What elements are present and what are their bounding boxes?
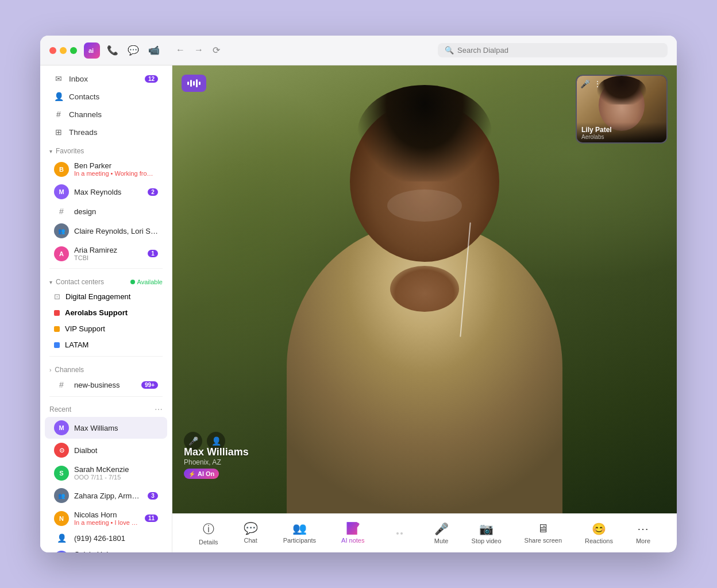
sidebar: ✉ Inbox 12 👤 Contacts # Channels ⊞ Threa… — [40, 65, 172, 552]
pip-info: Lily Patel Aerolabs — [577, 122, 666, 142]
title-bar-icons: 📞 💬 📹 — [107, 45, 160, 56]
threads-icon: ⊞ — [54, 127, 63, 137]
video-main: 🎤 👤 Max Williams Phoenix, AZ ⚡ AI On — [172, 65, 677, 513]
nav-icons: ← → ⟳ — [174, 42, 222, 58]
contact-item-ben-parker[interactable]: B Ben Parker In a meeting • Working from… — [45, 158, 167, 180]
app-logo: ai — [84, 42, 100, 59]
share-screen-icon: 🖥 — [537, 522, 549, 535]
participants-button[interactable]: 👥 Participants — [280, 519, 319, 548]
sidebar-digital-engagement[interactable]: ⊡ Digital Engagement — [45, 289, 167, 304]
aerolabs-dot — [54, 310, 60, 316]
avatar: A — [54, 246, 69, 261]
recent-phone-1[interactable]: 👤 (919) 426-1801 — [45, 530, 167, 546]
close-button[interactable] — [49, 47, 56, 54]
details-button[interactable]: ⓘ Details — [195, 519, 222, 548]
sidebar-item-inbox[interactable]: ✉ Inbox 12 — [45, 70, 167, 87]
caller-overlay: Max Williams Phoenix, AZ ⚡ AI On — [184, 446, 249, 479]
digital-engagement-icon: ⊡ — [54, 292, 60, 301]
recent-more-button[interactable]: ⋯ — [155, 405, 163, 414]
inbox-icon: ✉ — [54, 74, 63, 83]
contact-item-max-reynolds[interactable]: M Max Reynolds 2 — [45, 181, 167, 203]
pip-controls: 🎤 ⋮ — [580, 79, 602, 88]
phone-contact-icon: 👤 — [54, 533, 69, 543]
svg-text:ai: ai — [88, 47, 94, 54]
recent-header: Recent ⋯ — [40, 400, 172, 416]
more-button[interactable]: ⋯ More — [633, 520, 654, 547]
waveform-badge — [182, 75, 206, 92]
avatar: 👥 — [54, 488, 69, 503]
recent-max-williams[interactable]: M Max Williams — [45, 417, 167, 439]
main-content: ✉ Inbox 12 👤 Contacts # Channels ⊞ Threa… — [40, 65, 677, 552]
avatar: 👥 — [54, 223, 69, 238]
ai-on-badge: ⚡ AI On — [184, 469, 219, 479]
avatar: S — [54, 466, 69, 481]
minimize-button[interactable] — [60, 47, 67, 54]
channels-hash-icon: # — [54, 110, 63, 119]
mute-icon: 🎤 — [434, 522, 449, 536]
avatar: B — [54, 162, 69, 177]
chat-toolbar-icon: 💬 — [244, 521, 258, 535]
available-dot — [130, 280, 135, 284]
sidebar-latam[interactable]: LATAM — [45, 337, 167, 353]
nb-hash-icon: # — [54, 380, 69, 389]
cc-chevron-icon: ▾ — [49, 279, 52, 285]
vip-dot — [54, 326, 60, 332]
window-controls — [49, 47, 77, 54]
ai-notes-icon: 📝 — [346, 521, 360, 535]
app-window: ai 📞 💬 📹 ← → ⟳ 🔍 ✉ Inbox 12 — [40, 36, 677, 552]
recent-sarah[interactable]: S Sarah McKenzie OOO 7/11 - 7/15 — [45, 462, 167, 484]
search-input[interactable] — [457, 46, 661, 55]
recent-calvin[interactable]: C Calvin Hohener WFH, PDT — [45, 547, 167, 552]
favorites-header: ▾ Favorites — [40, 141, 172, 157]
more-icon: ⋯ — [637, 522, 649, 536]
channels-section-header: › Channels — [40, 360, 172, 376]
pip-mic-icon: 🎤 — [580, 79, 590, 88]
favorites-chevron-icon: ▾ — [49, 148, 52, 154]
sidebar-new-business[interactable]: # new-business 99+ — [45, 377, 167, 393]
contacts-icon: 👤 — [54, 92, 63, 101]
reactions-icon: 😊 — [592, 522, 606, 536]
design-hash-icon: # — [54, 207, 69, 216]
recent-nicolas[interactable]: N Nicolas Horn In a meeting • I love Mon… — [45, 507, 167, 529]
contact-item-claire[interactable]: 👥 Claire Reynolds, Lori Smith... — [45, 220, 167, 242]
stop-video-icon: 📷 — [479, 522, 494, 536]
avatar: C — [54, 551, 69, 553]
reactions-button[interactable]: 😊 Reactions — [581, 520, 616, 547]
avatar: M — [54, 420, 69, 435]
pip-video[interactable]: Lily Patel Aerolabs 🎤 ⋮ — [576, 75, 668, 144]
contact-item-aria[interactable]: A Aria Ramirez TCBI 1 — [45, 242, 167, 265]
title-bar: ai 📞 💬 📹 ← → ⟳ 🔍 — [40, 36, 677, 65]
latam-dot — [54, 342, 60, 348]
toolbar-right: 🎤 Mute 📷 Stop video 🖥 Share screen 😊 Rea… — [431, 520, 654, 547]
toolbar-left: ⓘ Details 💬 Chat 👥 Participants 📝 AI not… — [195, 519, 368, 548]
search-icon: 🔍 — [445, 46, 454, 55]
forward-button[interactable]: → — [192, 42, 206, 58]
details-icon: ⓘ — [203, 521, 214, 537]
stop-video-button[interactable]: 📷 Stop video — [468, 520, 505, 547]
sidebar-item-channels[interactable]: # Channels — [45, 106, 167, 123]
pip-more-icon[interactable]: ⋮ — [593, 79, 602, 88]
search-bar: 🔍 — [438, 43, 668, 57]
sidebar-item-threads[interactable]: ⊞ Threads — [45, 123, 167, 141]
refresh-button[interactable]: ⟳ — [210, 42, 222, 58]
sidebar-vip-support[interactable]: VIP Support — [45, 321, 167, 336]
call-toolbar: ⓘ Details 💬 Chat 👥 Participants 📝 AI not… — [172, 513, 677, 552]
chat-icon[interactable]: 💬 — [128, 45, 139, 56]
ai-notes-button[interactable]: 📝 AI notes — [338, 519, 368, 548]
ai-logo-small: ⚡ — [188, 471, 195, 477]
share-screen-button[interactable]: 🖥 Share screen — [521, 520, 565, 547]
toolbar-separator — [396, 532, 403, 535]
chat-button[interactable]: 💬 Chat — [240, 519, 261, 548]
avatar: ⊙ — [54, 443, 69, 458]
maximize-button[interactable] — [70, 47, 77, 54]
video-icon[interactable]: 📹 — [148, 45, 160, 56]
sidebar-item-contacts[interactable]: 👤 Contacts — [45, 88, 167, 105]
phone-icon[interactable]: 📞 — [107, 45, 118, 56]
contact-item-design[interactable]: # design — [45, 203, 167, 219]
recent-dialbot[interactable]: ⊙ Dialbot — [45, 439, 167, 461]
sidebar-aerolabs-support[interactable]: Aerolabs Support — [45, 305, 167, 320]
back-button[interactable]: ← — [174, 42, 187, 58]
recent-zahara[interactable]: 👥 Zahara Zipp, Armen Ba... 3 — [45, 485, 167, 506]
participants-icon: 👥 — [292, 521, 307, 535]
mute-button[interactable]: 🎤 Mute — [431, 520, 452, 547]
